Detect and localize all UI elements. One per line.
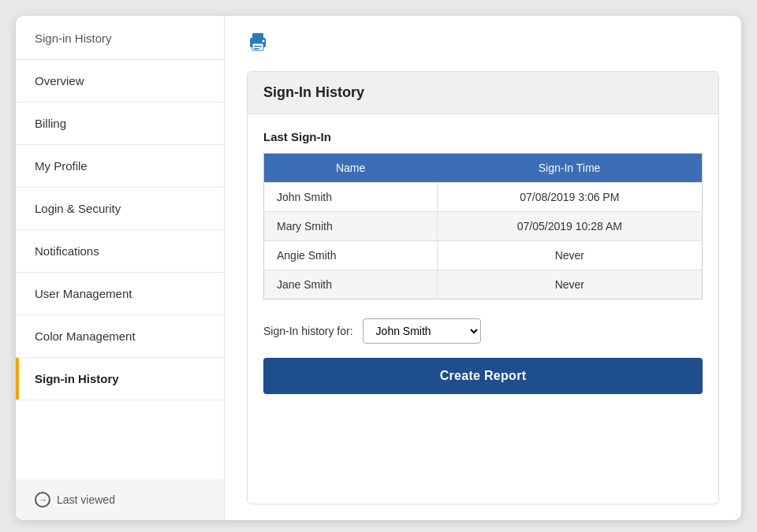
- main-content: Sign-In History Last Sign-In Name Sign-I…: [225, 16, 741, 520]
- sidebar: Sign-in History Overview Billing My Prof…: [16, 16, 225, 520]
- table-header: Name Sign-In Time: [264, 154, 703, 183]
- main-container: Sign-in History Overview Billing My Prof…: [16, 16, 741, 520]
- cell-name: John Smith: [264, 183, 438, 212]
- table-row: Mary Smith07/05/2019 10:28 AM: [264, 212, 703, 241]
- cell-time: Never: [437, 241, 702, 270]
- cell-time: Never: [437, 270, 702, 299]
- filter-select[interactable]: John SmithMary SmithAngie SmithJane Smit…: [363, 318, 481, 344]
- print-icon[interactable]: [247, 36, 269, 56]
- last-viewed-item[interactable]: Last viewed: [16, 479, 224, 520]
- sidebar-item-color-management[interactable]: Color Management: [16, 315, 224, 358]
- filter-row: Sign-In history for: John SmithMary Smit…: [263, 318, 703, 344]
- toolbar: [247, 32, 719, 57]
- table-row: Angie SmithNever: [264, 241, 703, 270]
- section-label: Last Sign-In: [263, 130, 703, 143]
- card-body: Last Sign-In Name Sign-In Time John Smit…: [248, 114, 718, 410]
- last-viewed-label: Last viewed: [57, 493, 115, 506]
- card-header: Sign-In History: [248, 72, 718, 114]
- svg-rect-4: [254, 48, 259, 50]
- sidebar-title: Sign-in History: [16, 16, 224, 60]
- signin-table: Name Sign-In Time John Smith07/08/2019 3…: [263, 153, 703, 299]
- col-name: Name: [264, 154, 438, 183]
- sidebar-item-user-management[interactable]: User Management: [16, 273, 224, 315]
- sidebar-item-overview[interactable]: Overview: [16, 60, 224, 102]
- table-row: John Smith07/08/2019 3:06 PM: [264, 183, 703, 212]
- cell-name: Mary Smith: [264, 212, 438, 241]
- cell-time: 07/08/2019 3:06 PM: [437, 183, 702, 212]
- col-time: Sign-In Time: [437, 154, 702, 183]
- sidebar-item-login-security[interactable]: Login & Security: [16, 188, 224, 230]
- sidebar-item-notifications[interactable]: Notifications: [16, 230, 224, 273]
- sidebar-item-my-profile[interactable]: My Profile: [16, 145, 224, 188]
- card-title: Sign-In History: [263, 84, 703, 101]
- cell-name: Jane Smith: [264, 270, 438, 299]
- sidebar-item-billing[interactable]: Billing: [16, 102, 224, 145]
- sidebar-nav: Overview Billing My Profile Login & Secu…: [16, 60, 224, 479]
- svg-rect-1: [252, 33, 263, 39]
- filter-label: Sign-In history for:: [263, 325, 353, 337]
- sidebar-item-signin-history[interactable]: Sign-in History: [16, 358, 224, 400]
- last-viewed-icon: [35, 492, 50, 508]
- svg-rect-3: [254, 46, 262, 47]
- content-card: Sign-In History Last Sign-In Name Sign-I…: [247, 71, 719, 504]
- cell-time: 07/05/2019 10:28 AM: [437, 212, 702, 241]
- cell-name: Angie Smith: [264, 241, 438, 270]
- table-body: John Smith07/08/2019 3:06 PMMary Smith07…: [264, 183, 703, 299]
- create-report-button[interactable]: Create Report: [263, 358, 703, 394]
- svg-point-5: [263, 40, 265, 43]
- table-row: Jane SmithNever: [264, 270, 703, 299]
